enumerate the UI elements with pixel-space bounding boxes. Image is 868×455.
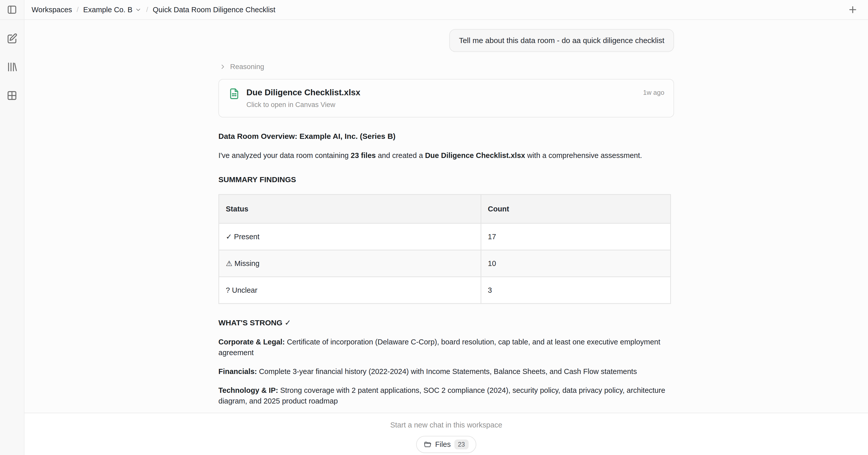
count-column-header: Count	[481, 195, 671, 223]
file-name: Due Diligence Checklist.xlsx	[246, 88, 637, 97]
strong-item-technology: Technology & IP: Strong coverage with 2 …	[218, 385, 674, 406]
folder-icon	[424, 441, 431, 448]
overview-heading: Data Room Overview: Example AI, Inc. (Se…	[218, 131, 674, 142]
grid-icon	[6, 90, 18, 102]
files-count-badge: 23	[454, 439, 469, 449]
file-timestamp: 1w ago	[643, 88, 664, 96]
breadcrumb-separator: /	[76, 6, 79, 14]
table-row: ✓ Present 17	[219, 223, 671, 250]
intro-paragraph: I've analyzed your data room containing …	[218, 150, 674, 161]
panel-left-icon	[7, 4, 17, 15]
breadcrumb-workspace-name[interactable]: Example Co. B	[83, 6, 142, 14]
reasoning-toggle[interactable]: Reasoning	[218, 63, 674, 71]
whats-strong-heading: WHAT'S STRONG ✓	[218, 317, 674, 329]
summary-findings-heading: SUMMARY FINDINGS	[218, 174, 674, 185]
breadcrumb-workspaces[interactable]: Workspaces	[32, 6, 72, 14]
chevron-down-icon	[135, 6, 142, 13]
bottom-bar: Start a new chat in this workspace Files…	[25, 413, 868, 455]
count-cell: 10	[481, 250, 671, 277]
new-chat-button[interactable]	[848, 5, 858, 15]
file-attachment-card[interactable]: Due Diligence Checklist.xlsx Click to op…	[218, 79, 674, 117]
breadcrumb-label: Example Co. B	[83, 6, 132, 14]
breadcrumb-separator: /	[146, 6, 148, 14]
sidebar-toggle-button[interactable]	[7, 4, 17, 15]
chat-column: Tell me about this data room - do aa qui…	[218, 20, 674, 413]
left-sidebar	[0, 20, 25, 455]
breadcrumb: Workspaces / Example Co. B / Quick Data …	[25, 6, 275, 14]
assistant-message: Data Room Overview: Example AI, Inc. (Se…	[218, 117, 674, 413]
sidebar-item-new-chat[interactable]	[6, 33, 18, 44]
status-column-header: Status	[219, 195, 481, 223]
breadcrumb-current-page: Quick Data Room Diligence Checklist	[153, 6, 275, 14]
file-card-hint: Click to open in Canvas View	[246, 101, 637, 109]
reasoning-label: Reasoning	[230, 63, 264, 71]
count-cell: 3	[481, 277, 671, 304]
sidebar-header-cell	[0, 0, 25, 19]
new-chat-hint: Start a new chat in this workspace	[390, 421, 502, 429]
app-body: Tell me about this data room - do aa qui…	[0, 20, 868, 455]
chevron-right-icon	[219, 63, 226, 70]
plus-icon	[848, 5, 858, 15]
breadcrumb-label: Quick Data Room Diligence Checklist	[153, 6, 275, 14]
table-row: ⚠ Missing 10	[219, 250, 671, 277]
chat-scroll-area[interactable]: Tell me about this data room - do aa qui…	[25, 20, 868, 413]
library-icon	[6, 61, 18, 73]
sidebar-item-library[interactable]	[6, 61, 18, 73]
strong-item-corporate: Corporate & Legal: Certificate of incorp…	[218, 337, 674, 358]
count-cell: 17	[481, 223, 671, 250]
main-panel: Tell me about this data room - do aa qui…	[25, 20, 868, 455]
breadcrumb-label: Workspaces	[32, 6, 72, 14]
files-button[interactable]: Files 23	[416, 436, 476, 453]
files-button-label: Files	[435, 440, 451, 449]
table-header-row: Status Count	[219, 195, 671, 223]
top-header: Workspaces / Example Co. B / Quick Data …	[0, 0, 868, 20]
compose-icon	[6, 33, 18, 44]
status-cell: ⚠ Missing	[219, 250, 481, 277]
status-cell: ? Unclear	[219, 277, 481, 304]
strong-item-financials: Financials: Complete 3-year financial hi…	[218, 366, 674, 377]
status-cell: ✓ Present	[219, 223, 481, 250]
sidebar-item-workspaces[interactable]	[6, 90, 18, 102]
user-message-text: Tell me about this data room - do aa qui…	[459, 36, 664, 45]
spreadsheet-file-icon	[228, 88, 240, 100]
table-row: ? Unclear 3	[219, 277, 671, 304]
user-message-bubble: Tell me about this data room - do aa qui…	[449, 29, 674, 52]
summary-table: Status Count ✓ Present 17 ⚠ Missing	[218, 194, 671, 304]
file-card-text: Due Diligence Checklist.xlsx Click to op…	[246, 88, 637, 109]
